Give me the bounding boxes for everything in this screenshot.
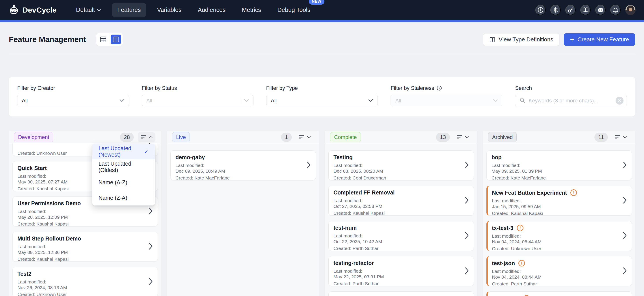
- column-live-cards: demo-gabyLast modified:Dec 09, 2025, 10:…: [167, 143, 319, 296]
- info-icon[interactable]: [436, 85, 442, 91]
- chevron-right-icon: [149, 243, 153, 251]
- chevron-right-icon: [465, 197, 469, 205]
- feature-card[interactable]: demo-gabyLast modified:Dec 09, 2025, 10:…: [170, 150, 316, 180]
- column-count: 28: [120, 133, 134, 142]
- last-modified-value: May 09, 2025, 01:39 PM: [492, 168, 618, 174]
- filter-creator-label: Filter by Creator: [17, 85, 129, 91]
- nav-item-metrics[interactable]: Metrics: [236, 3, 266, 17]
- feature-card[interactable]: Completed FF RemovalLast modified:Oct 27…: [328, 186, 474, 216]
- feature-title: test-num: [334, 225, 357, 231]
- sort-menu-item-name-za[interactable]: Name (Z-A): [92, 190, 155, 206]
- table-view-button[interactable]: [98, 34, 108, 44]
- feature-title: Completed FF Removal: [334, 189, 395, 196]
- feature-card[interactable]: New Feat Button Experiment!Last modified…: [486, 186, 632, 216]
- feature-card[interactable]: demo-paulLast modified:: [328, 291, 474, 296]
- feature-card[interactable]: tx-test-3!Last modified:Nov 04, 2024, 08…: [486, 221, 632, 251]
- top-nav: DevCycle Default Features Variables Audi…: [0, 0, 644, 20]
- api-keys-button[interactable]: [565, 5, 576, 15]
- chevron-right-icon: [623, 267, 627, 275]
- feature-card[interactable]: test-numLast modified:Oct 22, 2025, 10:4…: [328, 221, 474, 251]
- discord-icon: [597, 6, 604, 13]
- filter-creator-select[interactable]: All: [17, 95, 129, 106]
- column-sort-button[interactable]: [296, 132, 314, 142]
- feature-card[interactable]: TestingLast modified:Dec 03, 2025, 08:20…: [328, 150, 474, 180]
- user-avatar[interactable]: [625, 5, 636, 15]
- sort-bars-icon: [456, 135, 463, 140]
- status-badge: Development: [14, 132, 53, 142]
- column-complete-cards: TestingLast modified:Dec 03, 2025, 08:20…: [325, 143, 477, 296]
- last-modified-value: Nov 26, 2024, 08:13 AM: [18, 285, 144, 291]
- filter-status-label: Filter by Status: [142, 85, 254, 91]
- last-modified-label: Last modified:: [18, 209, 144, 214]
- filter-status-select[interactable]: All: [142, 95, 254, 106]
- search-label: Search: [515, 85, 627, 91]
- sort-menu-item-oldest[interactable]: Last Updated (Oldest): [92, 159, 155, 175]
- book-icon: [582, 6, 589, 13]
- kanban-view-button[interactable]: [111, 34, 121, 44]
- sort-menu-item-newest[interactable]: Last Updated (Newest) ✓: [92, 144, 155, 159]
- sort-bars-icon: [614, 135, 621, 140]
- project-selector[interactable]: Default: [71, 3, 106, 17]
- column-complete-header: Complete 13: [325, 131, 477, 143]
- feature-card[interactable]: Multi Step Rollout DemoLast modified:May…: [12, 232, 158, 262]
- column-archived-cards: bopLast modified:May 09, 2025, 01:39 PMC…: [483, 143, 635, 296]
- select-divider: [240, 97, 240, 104]
- accent-bar: [0, 20, 644, 22]
- book-icon: [489, 36, 496, 42]
- feature-card[interactable]: test-json!Last modified:Nov 04, 2024, 08…: [486, 256, 632, 286]
- feature-title: New Feat Button Experiment: [492, 190, 567, 196]
- column-sort-button[interactable]: [612, 132, 630, 142]
- feature-card[interactable]: bopLast modified:May 09, 2025, 01:39 PMC…: [486, 150, 632, 180]
- view-type-definitions-button[interactable]: View Type Definitions: [483, 33, 560, 46]
- nav-item-features[interactable]: Features: [112, 3, 146, 17]
- chevron-down-icon: [368, 99, 373, 102]
- feature-title: Test2: [18, 271, 31, 277]
- nav-menu: Default Features Variables Audiences Met…: [71, 3, 316, 17]
- last-modified-label: Last modified:: [18, 244, 144, 250]
- table-view-icon: [100, 36, 107, 43]
- discord-button[interactable]: [595, 5, 606, 15]
- column-development: Development 28 Last modified:Created: Un…: [9, 131, 161, 296]
- feature-card[interactable]: testing-refactorLast modified:May 22, 20…: [328, 256, 474, 286]
- feature-title: demo-paul: [334, 295, 361, 296]
- status-badge: Archived: [488, 132, 516, 142]
- search-input[interactable]: [528, 98, 616, 104]
- last-modified-value: Nov 04, 2024, 08:44 AM: [492, 239, 618, 245]
- column-live: Live 1 demo-gabyLast modified:Dec 09, 20…: [167, 131, 319, 296]
- nav-item-debug-tools[interactable]: Debug Tools NEW: [272, 3, 316, 17]
- documentation-button[interactable]: [580, 5, 591, 15]
- column-archived: Archived 11 bopLast modified:May 09, 202…: [483, 131, 635, 296]
- feature-title: test-json: [492, 260, 515, 267]
- brand[interactable]: DevCycle: [8, 4, 57, 15]
- chevron-right-icon: [307, 161, 311, 169]
- column-sort-button[interactable]: [138, 132, 156, 142]
- nav-item-audiences[interactable]: Audiences: [192, 3, 231, 17]
- feature-title: Quick Start: [18, 165, 47, 171]
- feature-title: bop: [492, 154, 502, 161]
- filter-staleness-select[interactable]: All: [390, 95, 502, 106]
- sort-menu: Last Updated (Newest) ✓ Last Updated (Ol…: [92, 144, 155, 206]
- header-actions: View Type Definitions + Create New Featu…: [483, 33, 635, 46]
- clear-search-button[interactable]: [616, 97, 624, 105]
- feature-card[interactable]: rachel-test!Last modified:: [486, 291, 632, 296]
- stale-warning-icon: !: [570, 189, 577, 196]
- chevron-down-icon: [465, 136, 469, 138]
- last-modified-label: Last modified:: [334, 163, 460, 168]
- view-toggle: [96, 33, 123, 46]
- nav-item-variables[interactable]: Variables: [152, 3, 187, 17]
- column-sort-button[interactable]: [454, 132, 472, 142]
- feature-card[interactable]: Test2Last modified:Nov 26, 2024, 08:13 A…: [12, 267, 158, 296]
- sort-menu-item-name-az[interactable]: Name (A-Z): [92, 175, 155, 190]
- notifications-button[interactable]: [610, 5, 621, 15]
- gear-icon: [552, 6, 559, 13]
- created-by-value: Created: Kate MacFarlane: [492, 175, 618, 181]
- close-icon: [618, 99, 621, 102]
- settings-button[interactable]: [550, 5, 561, 15]
- filter-type-label: Filter by Type: [266, 85, 378, 91]
- filter-type-select[interactable]: All: [266, 95, 378, 106]
- create-button[interactable]: [535, 5, 546, 15]
- plus-circle-icon: [537, 6, 544, 13]
- last-modified-label: Last modified:: [492, 163, 618, 168]
- filter-type: Filter by Type All: [266, 85, 378, 106]
- create-new-feature-button[interactable]: + Create New Feature: [564, 33, 635, 46]
